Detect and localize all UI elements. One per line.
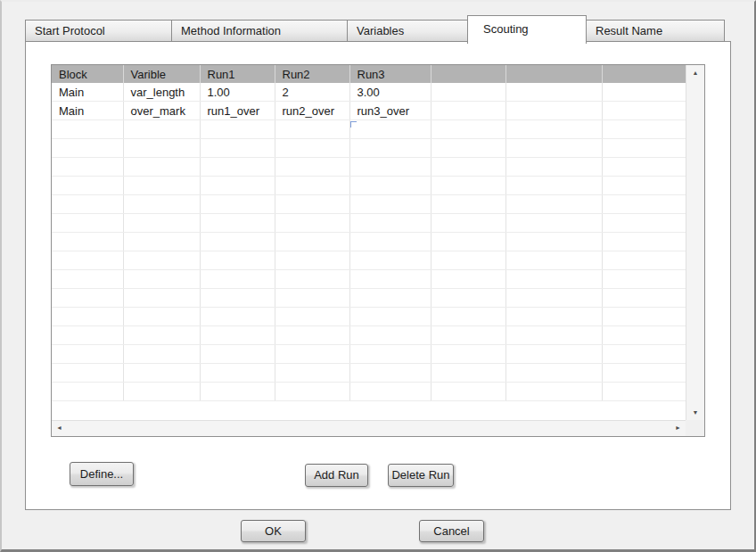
grid-cell[interactable] [123, 364, 200, 383]
grid-cell[interactable] [52, 345, 123, 364]
grid-cell[interactable] [505, 233, 602, 251]
grid-cell[interactable] [275, 308, 349, 326]
grid-cell[interactable] [602, 383, 686, 401]
grid-cell[interactable] [52, 251, 123, 270]
grid-cell[interactable] [431, 139, 505, 158]
grid-cell[interactable] [52, 326, 123, 345]
cancel-button[interactable]: Cancel [419, 520, 484, 542]
grid-cell[interactable]: run3_over [349, 102, 431, 120]
grid-cell[interactable] [200, 383, 275, 401]
grid-cell[interactable]: Main [52, 102, 123, 120]
add-run-button[interactable]: Add Run [305, 464, 368, 487]
grid-cell[interactable] [349, 289, 431, 308]
grid-cell[interactable] [431, 158, 505, 177]
grid-cell[interactable] [431, 195, 505, 214]
grid-cell[interactable] [52, 308, 123, 326]
grid-cell[interactable] [349, 214, 431, 233]
grid-cell[interactable] [505, 289, 602, 308]
grid-cell[interactable] [431, 83, 505, 102]
grid-cell[interactable] [602, 139, 686, 158]
grid-cell[interactable] [200, 214, 275, 233]
grid-cell[interactable] [505, 345, 602, 364]
ok-button[interactable]: OK [241, 520, 306, 542]
grid-cell[interactable] [431, 383, 505, 401]
grid-cell[interactable] [52, 214, 123, 233]
grid-cell[interactable] [431, 120, 505, 139]
grid-cell[interactable] [275, 158, 349, 177]
grid-cell[interactable] [602, 289, 686, 308]
grid-cell[interactable] [275, 383, 349, 401]
grid-cell[interactable] [431, 102, 505, 120]
grid-cell[interactable] [431, 177, 505, 195]
grid-cell[interactable] [52, 270, 123, 289]
grid-cell[interactable] [275, 120, 349, 139]
grid-cell[interactable] [52, 233, 123, 251]
grid-cell[interactable] [200, 289, 275, 308]
grid-cell[interactable] [123, 345, 200, 364]
grid-cell[interactable] [200, 251, 275, 270]
grid-cell[interactable] [431, 289, 505, 308]
grid-cell[interactable] [275, 233, 349, 251]
grid-cell[interactable] [349, 139, 431, 158]
grid-cell[interactable] [123, 308, 200, 326]
grid-cell[interactable]: run2_over [275, 102, 349, 120]
scroll-down-icon[interactable]: ▼ [686, 405, 704, 420]
grid-cell[interactable] [602, 158, 686, 177]
grid-cell[interactable] [505, 177, 602, 195]
grid-cell[interactable] [123, 139, 200, 158]
grid-cell[interactable] [505, 326, 602, 345]
grid-cell[interactable] [431, 308, 505, 326]
grid-cell[interactable] [52, 289, 123, 308]
grid-cell[interactable] [602, 120, 686, 139]
grid-cell[interactable] [505, 158, 602, 177]
grid-cell[interactable] [349, 308, 431, 326]
grid-cell[interactable] [505, 83, 602, 102]
grid-cell[interactable] [200, 120, 275, 139]
grid-cell[interactable] [200, 139, 275, 158]
grid-cell[interactable] [275, 177, 349, 195]
grid-cell[interactable]: 3.00 [349, 83, 431, 102]
grid-cell[interactable] [602, 364, 686, 383]
grid-cell[interactable] [200, 364, 275, 383]
grid-cell[interactable] [505, 139, 602, 158]
horizontal-scrollbar[interactable]: ◄ ► [52, 420, 686, 436]
grid-cell[interactable] [505, 364, 602, 383]
vertical-scrollbar[interactable]: ▲ ▼ [686, 65, 704, 420]
grid-cell[interactable] [275, 326, 349, 345]
grid-cell[interactable] [52, 195, 123, 214]
delete-run-button[interactable]: Delete Run [388, 464, 454, 487]
grid-cell[interactable] [505, 195, 602, 214]
grid-cell[interactable] [123, 251, 200, 270]
grid-cell[interactable] [602, 308, 686, 326]
grid-cell[interactable] [349, 158, 431, 177]
grid-cell[interactable] [431, 326, 505, 345]
grid-cell[interactable] [123, 214, 200, 233]
grid-cell[interactable] [52, 120, 123, 139]
grid-cell[interactable] [200, 195, 275, 214]
grid-cell[interactable] [602, 233, 686, 251]
grid-cell[interactable] [52, 158, 123, 177]
tab-variables[interactable]: Variables [347, 20, 468, 42]
grid-cell[interactable] [275, 289, 349, 308]
grid-cell[interactable] [123, 158, 200, 177]
grid-cell[interactable] [602, 102, 686, 120]
grid-cell[interactable] [349, 177, 431, 195]
grid-cell[interactable] [602, 195, 686, 214]
grid-cell[interactable] [52, 177, 123, 195]
grid-cell[interactable] [505, 383, 602, 401]
grid-cell[interactable] [275, 195, 349, 214]
grid-cell[interactable] [602, 326, 686, 345]
grid-cell[interactable] [200, 158, 275, 177]
grid-cell[interactable] [52, 364, 123, 383]
grid-cell[interactable] [349, 364, 431, 383]
grid-cell[interactable] [349, 270, 431, 289]
grid-cell[interactable] [349, 120, 431, 139]
grid-cell[interactable] [275, 364, 349, 383]
grid-cell[interactable] [123, 326, 200, 345]
grid-cell[interactable] [505, 120, 602, 139]
grid-cell[interactable] [52, 139, 123, 158]
grid-cell[interactable] [52, 383, 123, 401]
grid-cell[interactable] [275, 345, 349, 364]
grid-cell[interactable] [505, 308, 602, 326]
grid-cell[interactable] [431, 214, 505, 233]
